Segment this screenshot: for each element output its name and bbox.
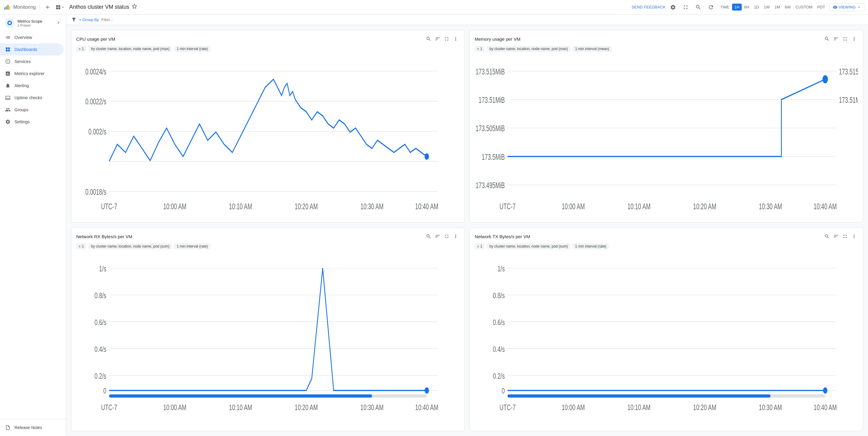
time-btn-1w[interactable]: 1W <box>761 4 772 10</box>
svg-rect-82 <box>507 395 770 398</box>
search-icon-button[interactable] <box>693 2 704 13</box>
svg-text:10:20 AM: 10:20 AM <box>295 202 318 211</box>
sidebar-item-label-groups: Groups <box>14 107 28 112</box>
dashboard-picker-button[interactable] <box>54 3 67 12</box>
chart-search-btn-cpu[interactable] <box>425 35 433 43</box>
time-btn-6w[interactable]: 6W <box>782 4 793 10</box>
chart-actions-network-tx <box>823 232 858 240</box>
chart-fullscreen-btn-tx[interactable] <box>841 232 849 240</box>
chart-tag-interval-tx: 1 min interval (rate) <box>572 243 609 249</box>
time-btn-custom[interactable]: CUSTOM <box>793 4 815 10</box>
chart-fullscreen-btn-rx[interactable] <box>443 232 451 240</box>
svg-text:10:00 AM: 10:00 AM <box>163 403 187 412</box>
chart-tag-interval-rx: 1 min interval (rate) <box>174 243 210 249</box>
svg-text:0.2/s: 0.2/s <box>95 372 106 380</box>
sidebar-item-label-alerting: Alerting <box>14 83 29 88</box>
chart-fullscreen-btn-cpu[interactable] <box>443 35 451 43</box>
fullscreen-icon-button[interactable] <box>680 2 691 13</box>
filter-input[interactable] <box>101 18 863 22</box>
sidebar-avatar <box>5 18 14 28</box>
svg-text:10:30 AM: 10:30 AM <box>361 202 384 211</box>
gear-icon <box>5 119 11 125</box>
sidebar-nav: Overview Dashboards Services Metrics exp… <box>0 31 66 419</box>
sidebar-item-overview[interactable]: Overview <box>0 31 64 43</box>
chart-svg-network-rx: 1/s 0.8/s 0.6/s 0.4/s 0.2/s 0 UTC-7 10:0… <box>76 252 460 426</box>
svg-text:0: 0 <box>103 386 106 395</box>
chart-title-memory: Memory usage per VM <box>475 36 521 41</box>
chart-legend-btn-tx[interactable] <box>832 232 840 240</box>
chart-tags-network-tx: ≡ 1 by cluster name, location, node name… <box>475 243 858 249</box>
svg-text:1/s: 1/s <box>99 264 106 273</box>
svg-text:0.8/s: 0.8/s <box>493 291 505 300</box>
sidebar-item-metrics-explorer[interactable]: Metrics explorer <box>0 67 64 80</box>
chart-svg-memory: 173.515MiB 173.51MiB 173.505MiB 173.5MiB… <box>475 55 858 217</box>
svg-text:10:30 AM: 10:30 AM <box>361 403 384 412</box>
svg-text:10:10 AM: 10:10 AM <box>229 403 252 412</box>
refresh-icon-button[interactable] <box>706 2 716 13</box>
svg-text:10:20 AM: 10:20 AM <box>295 403 318 412</box>
chart-svg-cpu: 0.0024/s 0.0022/s 0.002/s 0.0018/s UTC-7… <box>76 55 460 217</box>
groups-icon <box>5 107 11 113</box>
group-by-button[interactable]: + Group By <box>79 18 99 22</box>
svg-text:173.495MiB: 173.495MiB <box>475 181 505 190</box>
svg-text:10:40 AM: 10:40 AM <box>814 403 837 412</box>
chart-search-btn-tx[interactable] <box>823 232 831 240</box>
chart-search-btn-memory[interactable] <box>823 35 831 43</box>
chart-more-btn-tx[interactable] <box>850 232 858 240</box>
svg-rect-61 <box>109 395 372 398</box>
time-btn-pdt[interactable]: PDT <box>815 4 828 10</box>
settings-icon-button[interactable] <box>668 2 678 13</box>
sidebar-item-settings[interactable]: Settings <box>0 116 64 128</box>
sidebar: Metrics Scope 1 Project Overview Dashboa… <box>0 14 66 436</box>
chart-search-btn-rx[interactable] <box>425 232 433 240</box>
sidebar-item-groups[interactable]: Groups <box>0 104 64 116</box>
back-button[interactable] <box>43 3 53 12</box>
chart-more-btn-cpu[interactable] <box>452 35 460 43</box>
topbar-divider <box>39 4 40 11</box>
svg-text:10:20 AM: 10:20 AM <box>693 202 716 211</box>
svg-text:0.0022/s: 0.0022/s <box>85 97 106 106</box>
time-btn-1h[interactable]: 1H <box>732 4 742 10</box>
sidebar-scope-title: Metrics Scope <box>18 19 53 24</box>
sidebar-item-uptime-checks[interactable]: Uptime checks <box>0 92 64 104</box>
svg-point-21 <box>425 153 429 160</box>
sidebar-item-alerting[interactable]: Alerting <box>0 80 64 92</box>
time-btn-6h[interactable]: 6H <box>742 4 752 10</box>
sidebar-item-release-notes[interactable]: Release Notes <box>0 422 64 434</box>
doc-icon <box>5 425 11 431</box>
svg-text:10:10 AM: 10:10 AM <box>627 403 651 412</box>
chart-more-btn-rx[interactable] <box>452 232 460 240</box>
monitor-icon <box>5 95 11 101</box>
chart-tags-cpu: ≡ 1 by cluster name, location, node name… <box>76 46 460 52</box>
svg-text:10:10 AM: 10:10 AM <box>229 202 252 211</box>
viewing-label: VIEWING <box>839 5 856 9</box>
chart-more-btn-memory[interactable] <box>850 35 858 43</box>
chart-actions-memory <box>823 35 858 43</box>
dashboard-icon <box>5 47 11 53</box>
chart-header-cpu: CPU usage per VM <box>76 35 460 43</box>
star-icon[interactable] <box>132 4 137 10</box>
viewing-button[interactable]: VIEWING <box>830 3 864 11</box>
chart-card-cpu: CPU usage per VM <box>71 30 465 223</box>
svg-point-38 <box>823 75 828 83</box>
svg-text:10:00 AM: 10:00 AM <box>562 403 585 412</box>
sidebar-item-services[interactable]: Services <box>0 56 64 67</box>
chart-legend-btn-memory[interactable] <box>832 35 840 43</box>
svg-text:173.5MiB: 173.5MiB <box>482 152 505 161</box>
svg-point-80 <box>823 387 828 394</box>
time-buttons: 1H 6H 1D 1W 1M 6W CUSTOM PDT <box>732 4 828 10</box>
svg-text:0.002/s: 0.002/s <box>88 127 106 136</box>
services-icon <box>5 58 11 64</box>
chart-title-network-rx: Network RX Bytes/s per VM <box>76 234 132 239</box>
sidebar-item-dashboards[interactable]: Dashboards <box>0 43 64 56</box>
chart-tags-memory: ≡ 1 by cluster name, location, node name… <box>475 46 858 52</box>
send-feedback-button[interactable]: SEND FEEDBACK <box>632 5 666 9</box>
chart-legend-btn-cpu[interactable] <box>434 35 441 43</box>
chart-fullscreen-btn-memory[interactable] <box>841 35 849 43</box>
svg-text:10:40 AM: 10:40 AM <box>415 403 438 412</box>
time-btn-1m[interactable]: 1M <box>772 4 782 10</box>
filter-toggle-button[interactable] <box>71 17 76 22</box>
time-btn-1d[interactable]: 1D <box>752 4 762 10</box>
chart-legend-btn-rx[interactable] <box>434 232 441 240</box>
sidebar-header[interactable]: Metrics Scope 1 Project <box>0 14 66 31</box>
